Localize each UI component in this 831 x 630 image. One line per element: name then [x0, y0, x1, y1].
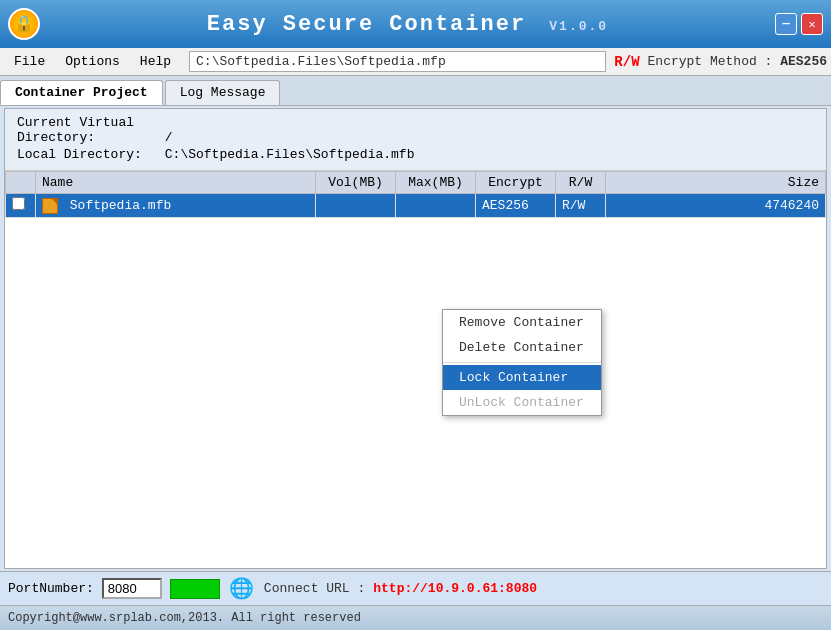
main-content: Current Virtual Directory: / Local Direc…	[4, 108, 827, 569]
status-bar: PortNumber: 🌐 Connect URL : http://10.9.…	[0, 571, 831, 605]
menu-options[interactable]: Options	[55, 52, 130, 71]
app-title: Easy Secure Container V1.0.0	[40, 12, 775, 37]
ctx-remove-container[interactable]: Remove Container	[443, 310, 601, 335]
app-logo: 🔒	[8, 8, 40, 40]
current-virtual-dir-value: /	[165, 130, 173, 145]
row-name: Softpedia.mfb	[36, 194, 316, 218]
menu-bar: File Options Help C:\Softpedia.Files\Sof…	[0, 48, 831, 76]
col-name: Name	[36, 172, 316, 194]
row-vol	[316, 194, 396, 218]
current-virtual-dir-label: Current Virtual Directory:	[17, 115, 157, 145]
table-row[interactable]: Softpedia.mfb AES256 R/W 4746240	[6, 194, 826, 218]
row-max	[396, 194, 476, 218]
col-vol: Vol(MB)	[316, 172, 396, 194]
title-bar: 🔒 Easy Secure Container V1.0.0 — ✕	[0, 0, 831, 48]
port-label: PortNumber:	[8, 581, 94, 596]
local-dir-row: Local Directory: C:\Softpedia.Files\Soft…	[17, 147, 814, 162]
col-max: Max(MB)	[396, 172, 476, 194]
ctx-delete-container[interactable]: Delete Container	[443, 335, 601, 360]
file-icon	[42, 198, 58, 214]
ctx-lock-container[interactable]: Lock Container	[443, 365, 601, 390]
local-dir-value: C:\Softpedia.Files\Softpedia.mfb	[165, 147, 415, 162]
close-button[interactable]: ✕	[801, 13, 823, 35]
tabs: Container Project Log Message	[0, 76, 831, 106]
version-label: V1.0.0	[549, 19, 608, 34]
connect-url-label: Connect URL :	[264, 581, 365, 596]
minimize-button[interactable]: —	[775, 13, 797, 35]
col-encrypt: Encrypt	[476, 172, 556, 194]
local-dir-label: Local Directory:	[17, 147, 157, 162]
col-size: Size	[606, 172, 826, 194]
col-rw: R/W	[556, 172, 606, 194]
path-display: C:\Softpedia.Files\Softpedia.mfp	[189, 51, 606, 72]
footer: Copyright@www.srplab.com,2013. All right…	[0, 605, 831, 630]
current-virtual-dir-row: Current Virtual Directory: /	[17, 115, 814, 145]
rw-badge: R/W	[614, 54, 639, 70]
app-container: 🔒 Easy Secure Container V1.0.0 — ✕ File …	[0, 0, 831, 630]
row-checkbox[interactable]	[6, 194, 36, 218]
table-header-row: Name Vol(MB) Max(MB) Encrypt R/W Size	[6, 172, 826, 194]
tab-log-message[interactable]: Log Message	[165, 80, 281, 105]
file-table: Name Vol(MB) Max(MB) Encrypt R/W Size So…	[5, 171, 826, 218]
connect-url-value: http://10.9.0.61:8080	[373, 581, 537, 596]
ctx-unlock-container: UnLock Container	[443, 390, 601, 415]
row-encrypt: AES256	[476, 194, 556, 218]
file-table-body: Softpedia.mfb AES256 R/W 4746240	[6, 194, 826, 218]
row-size: 4746240	[606, 194, 826, 218]
ie-icon: 🌐	[228, 575, 256, 603]
window-controls: — ✕	[775, 13, 823, 35]
copyright-text: Copyright@www.srplab.com,2013. All right…	[8, 611, 361, 625]
row-rw: R/W	[556, 194, 606, 218]
menu-file[interactable]: File	[4, 52, 55, 71]
col-checkbox	[6, 172, 36, 194]
ctx-divider	[443, 362, 601, 363]
file-area: Name Vol(MB) Max(MB) Encrypt R/W Size So…	[5, 171, 826, 540]
status-indicator	[170, 579, 220, 599]
context-menu: Remove Container Delete Container Lock C…	[442, 309, 602, 416]
encrypt-method-display: Encrypt Method : AES256	[648, 54, 827, 69]
port-input[interactable]	[102, 578, 162, 599]
menu-help[interactable]: Help	[130, 52, 181, 71]
dir-info: Current Virtual Directory: / Local Direc…	[5, 109, 826, 171]
tab-container-project[interactable]: Container Project	[0, 80, 163, 105]
